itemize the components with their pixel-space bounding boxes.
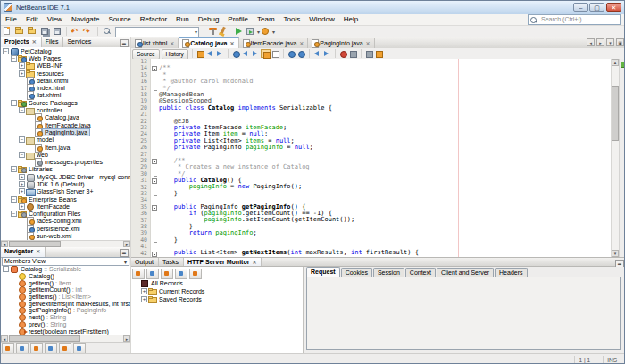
projects-horizontal-scrollbar[interactable]: ◂ ▸ bbox=[1, 240, 130, 247]
title-bar[interactable]: NetBeans IDE 7.1 – ▢ ✕ bbox=[1, 1, 624, 15]
expand-toggle-icon[interactable]: − bbox=[19, 136, 25, 143]
project-tree-item[interactable]: faces-config.xml bbox=[1, 218, 130, 225]
fold-toggle-icon[interactable] bbox=[152, 159, 157, 164]
previous-bookmark-icon[interactable] bbox=[287, 49, 296, 58]
menu-refactor[interactable]: Refactor bbox=[136, 14, 171, 25]
scrollbar-thumb[interactable] bbox=[9, 335, 80, 342]
tab-output[interactable]: Output bbox=[131, 258, 159, 266]
close-icon[interactable]: ✕ bbox=[252, 260, 256, 265]
scroll-up-icon[interactable]: ▴ bbox=[612, 59, 619, 66]
subtab-session[interactable]: Session bbox=[373, 268, 404, 277]
project-tree-item[interactable]: −Configuration Files bbox=[1, 211, 130, 218]
code-fold-column[interactable] bbox=[151, 59, 159, 257]
comment-icon[interactable] bbox=[364, 49, 374, 58]
expand-toggle-icon[interactable]: − bbox=[3, 266, 9, 272]
editor-vertical-scrollbar[interactable]: ▴ ▾ bbox=[611, 59, 619, 257]
record-tree-item[interactable]: +Current Records bbox=[131, 287, 303, 295]
project-tree-item[interactable]: −Libraries bbox=[1, 166, 130, 173]
search-combobox[interactable] bbox=[115, 27, 199, 37]
fold-toggle-icon[interactable] bbox=[152, 252, 157, 257]
close-icon[interactable]: ✕ bbox=[299, 41, 304, 46]
save-all-icon[interactable] bbox=[38, 26, 51, 37]
tab-services[interactable]: Services bbox=[63, 37, 96, 47]
menu-window[interactable]: Window bbox=[304, 14, 338, 25]
tab-files[interactable]: Files bbox=[42, 37, 64, 47]
tab-tasks[interactable]: Tasks bbox=[159, 258, 184, 266]
expand-toggle-icon[interactable]: − bbox=[11, 211, 17, 217]
open-project-icon[interactable] bbox=[26, 26, 38, 37]
project-tree-item[interactable]: −controller bbox=[1, 106, 130, 113]
close-icon[interactable]: ✕ bbox=[366, 41, 371, 46]
close-icon[interactable]: ✕ bbox=[32, 39, 37, 45]
start-macro-recording-icon[interactable] bbox=[338, 49, 348, 58]
shift-left-icon[interactable] bbox=[312, 49, 322, 58]
expand-toggle-icon[interactable]: − bbox=[11, 55, 17, 62]
record-tree-item[interactable]: All Records bbox=[131, 279, 303, 287]
scroll-down-icon[interactable]: ▾ bbox=[612, 250, 619, 257]
expand-toggle-icon[interactable]: − bbox=[19, 152, 25, 158]
expand-toggle-icon[interactable]: + bbox=[141, 296, 147, 302]
subtab-cookies[interactable]: Cookies bbox=[341, 268, 372, 277]
navigator-horizontal-scrollbar[interactable]: ◂ ▸ bbox=[1, 335, 130, 342]
subtab-request[interactable]: Request bbox=[306, 267, 340, 277]
project-tree-item[interactable]: Item.java bbox=[1, 144, 130, 151]
save-icon[interactable] bbox=[51, 26, 63, 37]
menu-edit[interactable]: Edit bbox=[21, 14, 43, 25]
expand-toggle-icon[interactable]: + bbox=[19, 181, 25, 187]
project-tree-item[interactable]: persistence.xml bbox=[1, 225, 130, 232]
project-tree-item[interactable]: −Source Packages bbox=[1, 99, 130, 106]
tab-scroll-right-icon[interactable]: ▸ bbox=[596, 38, 604, 46]
maximize-editor-icon[interactable]: ▣ bbox=[616, 38, 624, 46]
fold-toggle-icon[interactable] bbox=[152, 66, 157, 71]
record-tree-item[interactable]: +Saved Records bbox=[131, 295, 303, 303]
menu-file[interactable]: File bbox=[1, 14, 21, 25]
find-next-icon[interactable] bbox=[251, 49, 261, 58]
close-button[interactable]: ✕ bbox=[606, 3, 621, 12]
shift-right-icon[interactable] bbox=[322, 49, 332, 58]
member-item[interactable]: reset(boolean resetFirstItem) bbox=[1, 327, 130, 335]
expand-toggle-icon[interactable]: + bbox=[19, 70, 25, 77]
editor-tab-catalog-java[interactable]: Catalog.java✕ bbox=[179, 37, 238, 48]
last-edited-icon[interactable] bbox=[196, 49, 205, 58]
menu-team[interactable]: Team bbox=[253, 14, 279, 25]
minimize-panel-icon[interactable]: ▂ bbox=[120, 249, 129, 257]
expand-toggle-icon[interactable]: − bbox=[11, 100, 17, 106]
scrollbar-thumb[interactable] bbox=[9, 241, 61, 247]
new-project-icon[interactable] bbox=[13, 26, 26, 37]
code-editor[interactable]: 1314151617181920212223242526272829303132… bbox=[131, 59, 625, 257]
menu-source[interactable]: Source bbox=[104, 14, 135, 25]
scroll-right-icon[interactable]: ▸ bbox=[123, 335, 130, 342]
menu-debug[interactable]: Debug bbox=[194, 14, 224, 25]
expand-toggle-icon[interactable]: + bbox=[141, 288, 147, 294]
expand-toggle-icon[interactable]: − bbox=[3, 48, 9, 54]
find-selection-icon[interactable] bbox=[231, 49, 241, 58]
project-tree-item[interactable]: Catalog.java bbox=[1, 114, 130, 121]
find-icon[interactable] bbox=[146, 269, 159, 279]
sort-icon[interactable] bbox=[161, 269, 173, 279]
refresh-icon[interactable] bbox=[132, 269, 145, 279]
debug-project-icon[interactable] bbox=[245, 26, 257, 37]
fold-toggle-icon[interactable] bbox=[152, 178, 157, 184]
build-project-icon[interactable] bbox=[207, 26, 220, 37]
undo-icon[interactable]: ↶ bbox=[70, 26, 82, 37]
expand-toggle-icon[interactable]: + bbox=[19, 62, 25, 69]
expand-toggle-icon[interactable]: + bbox=[19, 174, 25, 180]
tab-projects[interactable]: Projects✕ bbox=[1, 37, 42, 47]
project-tree-item[interactable]: +MySQL JDBC Driver - mysql-connector-jav… bbox=[1, 173, 130, 180]
project-tree-item[interactable]: −model bbox=[1, 136, 130, 144]
expand-toggle-icon[interactable]: − bbox=[11, 196, 17, 203]
subtab-client-and-server[interactable]: Client and Server bbox=[437, 268, 494, 277]
minimize-panel-icon[interactable]: ▂ bbox=[120, 39, 129, 47]
menu-navigate[interactable]: Navigate bbox=[67, 14, 104, 25]
stop-macro-recording-icon[interactable] bbox=[348, 49, 358, 58]
menu-run[interactable]: Run bbox=[171, 14, 194, 25]
tab-scroll-left-icon[interactable]: ◂ bbox=[587, 38, 595, 46]
profile-project-icon[interactable] bbox=[260, 26, 272, 37]
project-tree-item[interactable]: sun-web.xml bbox=[1, 232, 130, 239]
project-tree-item[interactable]: ItemFacade.java bbox=[1, 121, 130, 128]
back-icon[interactable] bbox=[205, 49, 215, 58]
scroll-left-icon[interactable]: ◂ bbox=[1, 241, 8, 247]
toggle-highlight-search-icon[interactable] bbox=[261, 49, 271, 58]
uncomment-icon[interactable] bbox=[374, 49, 384, 58]
scroll-left-icon[interactable]: ◂ bbox=[1, 335, 8, 342]
